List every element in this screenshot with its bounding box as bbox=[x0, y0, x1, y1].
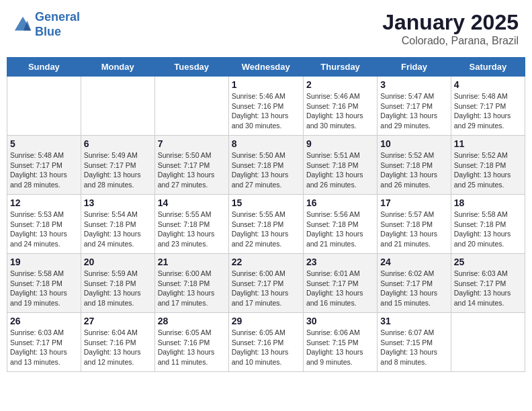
day-info: Sunrise: 6:00 AMSunset: 7:18 PMDaylight:… bbox=[158, 269, 226, 308]
calendar-day-cell: 9Sunrise: 5:51 AMSunset: 7:18 PMDaylight… bbox=[303, 136, 377, 195]
day-number: 4 bbox=[454, 79, 522, 90]
day-number: 3 bbox=[380, 79, 447, 90]
calendar-day-cell: 7Sunrise: 5:50 AMSunset: 7:17 PMDaylight… bbox=[154, 136, 228, 195]
day-info: Sunrise: 5:49 AMSunset: 7:17 PMDaylight:… bbox=[84, 150, 152, 190]
day-number: 26 bbox=[10, 316, 78, 326]
day-number: 19 bbox=[10, 257, 78, 267]
day-info: Sunrise: 6:04 AMSunset: 7:16 PMDaylight:… bbox=[84, 328, 152, 367]
weekday-header: Thursday bbox=[303, 58, 377, 77]
weekday-header: Monday bbox=[81, 58, 154, 77]
day-number: 25 bbox=[454, 257, 522, 267]
calendar-day-cell: 26Sunrise: 6:03 AMSunset: 7:17 PMDayligh… bbox=[7, 313, 81, 372]
day-info: Sunrise: 6:05 AMSunset: 7:16 PMDaylight:… bbox=[158, 328, 226, 367]
weekday-header-row: SundayMondayTuesdayWednesdayThursdayFrid… bbox=[7, 58, 525, 77]
day-number: 31 bbox=[380, 316, 447, 326]
day-info: Sunrise: 5:58 AMSunset: 7:18 PMDaylight:… bbox=[10, 269, 78, 308]
page-header: General Blue January 2025 Colorado, Para… bbox=[7, 7, 525, 50]
day-info: Sunrise: 5:48 AMSunset: 7:17 PMDaylight:… bbox=[10, 150, 78, 190]
day-info: Sunrise: 5:50 AMSunset: 7:18 PMDaylight:… bbox=[232, 150, 300, 190]
location-title: Colorado, Parana, Brazil bbox=[382, 35, 519, 47]
day-number: 5 bbox=[10, 138, 78, 149]
day-number: 13 bbox=[84, 197, 152, 208]
day-info: Sunrise: 5:46 AMSunset: 7:16 PMDaylight:… bbox=[232, 91, 300, 131]
day-info: Sunrise: 5:52 AMSunset: 7:18 PMDaylight:… bbox=[380, 150, 447, 190]
day-number: 27 bbox=[84, 316, 152, 326]
day-info: Sunrise: 5:57 AMSunset: 7:18 PMDaylight:… bbox=[380, 210, 447, 249]
day-number: 14 bbox=[158, 197, 226, 208]
logo-text: General Blue bbox=[35, 10, 80, 39]
calendar-week-row: 26Sunrise: 6:03 AMSunset: 7:17 PMDayligh… bbox=[7, 313, 525, 372]
day-number: 24 bbox=[380, 257, 447, 267]
calendar-day-cell: 23Sunrise: 6:01 AMSunset: 7:17 PMDayligh… bbox=[303, 254, 377, 313]
day-info: Sunrise: 5:55 AMSunset: 7:18 PMDaylight:… bbox=[232, 210, 300, 249]
calendar-day-cell: 8Sunrise: 5:50 AMSunset: 7:18 PMDaylight… bbox=[228, 136, 303, 195]
calendar-day-cell: 31Sunrise: 6:07 AMSunset: 7:15 PMDayligh… bbox=[378, 313, 451, 372]
weekday-header: Friday bbox=[378, 58, 451, 77]
calendar-day-cell: 17Sunrise: 5:57 AMSunset: 7:18 PMDayligh… bbox=[378, 195, 451, 254]
day-number: 29 bbox=[232, 316, 300, 326]
day-info: Sunrise: 5:56 AMSunset: 7:18 PMDaylight:… bbox=[306, 210, 374, 249]
month-title: January 2025 bbox=[382, 10, 519, 35]
calendar-day-cell: 29Sunrise: 6:05 AMSunset: 7:16 PMDayligh… bbox=[228, 313, 303, 372]
day-info: Sunrise: 6:02 AMSunset: 7:17 PMDaylight:… bbox=[380, 269, 447, 308]
day-info: Sunrise: 5:58 AMSunset: 7:18 PMDaylight:… bbox=[454, 210, 522, 249]
day-info: Sunrise: 5:55 AMSunset: 7:18 PMDaylight:… bbox=[158, 210, 226, 249]
day-info: Sunrise: 6:07 AMSunset: 7:15 PMDaylight:… bbox=[380, 328, 447, 367]
calendar-day-cell: 12Sunrise: 5:53 AMSunset: 7:18 PMDayligh… bbox=[7, 195, 81, 254]
day-number: 17 bbox=[380, 197, 447, 208]
day-info: Sunrise: 5:52 AMSunset: 7:18 PMDaylight:… bbox=[454, 150, 522, 190]
calendar-day-cell: 2Sunrise: 5:46 AMSunset: 7:16 PMDaylight… bbox=[303, 77, 377, 136]
day-number: 7 bbox=[158, 138, 226, 149]
day-info: Sunrise: 6:06 AMSunset: 7:15 PMDaylight:… bbox=[306, 328, 374, 367]
day-info: Sunrise: 5:54 AMSunset: 7:18 PMDaylight:… bbox=[84, 210, 152, 249]
calendar-table: SundayMondayTuesdayWednesdayThursdayFrid… bbox=[7, 57, 525, 372]
day-number: 1 bbox=[232, 79, 300, 90]
calendar-day-cell: 4Sunrise: 5:48 AMSunset: 7:17 PMDaylight… bbox=[451, 77, 525, 136]
weekday-header: Wednesday bbox=[228, 58, 303, 77]
calendar-week-row: 1Sunrise: 5:46 AMSunset: 7:16 PMDaylight… bbox=[7, 77, 525, 136]
day-info: Sunrise: 6:01 AMSunset: 7:17 PMDaylight:… bbox=[306, 269, 374, 308]
day-info: Sunrise: 5:50 AMSunset: 7:17 PMDaylight:… bbox=[158, 150, 226, 190]
calendar-day-cell: 19Sunrise: 5:58 AMSunset: 7:18 PMDayligh… bbox=[7, 254, 81, 313]
day-info: Sunrise: 6:03 AMSunset: 7:17 PMDaylight:… bbox=[10, 328, 78, 367]
logo: General Blue bbox=[13, 10, 80, 39]
calendar-day-cell: 27Sunrise: 6:04 AMSunset: 7:16 PMDayligh… bbox=[81, 313, 154, 372]
calendar-day-cell: 11Sunrise: 5:52 AMSunset: 7:18 PMDayligh… bbox=[451, 136, 525, 195]
day-number: 11 bbox=[454, 138, 522, 149]
day-info: Sunrise: 5:48 AMSunset: 7:17 PMDaylight:… bbox=[454, 91, 522, 131]
weekday-header: Sunday bbox=[7, 58, 81, 77]
day-info: Sunrise: 6:03 AMSunset: 7:17 PMDaylight:… bbox=[454, 269, 522, 308]
calendar-day-cell: 3Sunrise: 5:47 AMSunset: 7:17 PMDaylight… bbox=[378, 77, 451, 136]
day-number: 21 bbox=[158, 257, 226, 267]
day-number: 8 bbox=[232, 138, 300, 149]
day-info: Sunrise: 5:51 AMSunset: 7:18 PMDaylight:… bbox=[306, 150, 374, 190]
calendar-day-cell: 10Sunrise: 5:52 AMSunset: 7:18 PMDayligh… bbox=[378, 136, 451, 195]
logo-line2: Blue bbox=[35, 25, 61, 38]
calendar-day-cell: 25Sunrise: 6:03 AMSunset: 7:17 PMDayligh… bbox=[451, 254, 525, 313]
calendar-day-cell: 30Sunrise: 6:06 AMSunset: 7:15 PMDayligh… bbox=[303, 313, 377, 372]
day-number: 23 bbox=[306, 257, 374, 267]
day-info: Sunrise: 5:59 AMSunset: 7:18 PMDaylight:… bbox=[84, 269, 152, 308]
day-number: 9 bbox=[306, 138, 374, 149]
calendar-day-cell bbox=[451, 313, 525, 372]
calendar-day-cell: 16Sunrise: 5:56 AMSunset: 7:18 PMDayligh… bbox=[303, 195, 377, 254]
calendar-day-cell: 24Sunrise: 6:02 AMSunset: 7:17 PMDayligh… bbox=[378, 254, 451, 313]
calendar-day-cell bbox=[81, 77, 154, 136]
calendar-day-cell bbox=[7, 77, 81, 136]
calendar-week-row: 12Sunrise: 5:53 AMSunset: 7:18 PMDayligh… bbox=[7, 195, 525, 254]
calendar-day-cell: 14Sunrise: 5:55 AMSunset: 7:18 PMDayligh… bbox=[154, 195, 228, 254]
day-number: 10 bbox=[380, 138, 447, 149]
calendar-day-cell: 22Sunrise: 6:00 AMSunset: 7:17 PMDayligh… bbox=[228, 254, 303, 313]
day-info: Sunrise: 6:05 AMSunset: 7:16 PMDaylight:… bbox=[232, 328, 300, 367]
calendar-day-cell: 18Sunrise: 5:58 AMSunset: 7:18 PMDayligh… bbox=[451, 195, 525, 254]
calendar-day-cell: 15Sunrise: 5:55 AMSunset: 7:18 PMDayligh… bbox=[228, 195, 303, 254]
day-number: 16 bbox=[306, 197, 374, 208]
calendar-day-cell: 28Sunrise: 6:05 AMSunset: 7:16 PMDayligh… bbox=[154, 313, 228, 372]
day-number: 12 bbox=[10, 197, 78, 208]
logo-line1: General bbox=[35, 10, 80, 24]
calendar-week-row: 19Sunrise: 5:58 AMSunset: 7:18 PMDayligh… bbox=[7, 254, 525, 313]
weekday-header: Saturday bbox=[451, 58, 525, 77]
calendar-day-cell: 5Sunrise: 5:48 AMSunset: 7:17 PMDaylight… bbox=[7, 136, 81, 195]
title-block: January 2025 Colorado, Parana, Brazil bbox=[382, 10, 519, 47]
day-number: 20 bbox=[84, 257, 152, 267]
